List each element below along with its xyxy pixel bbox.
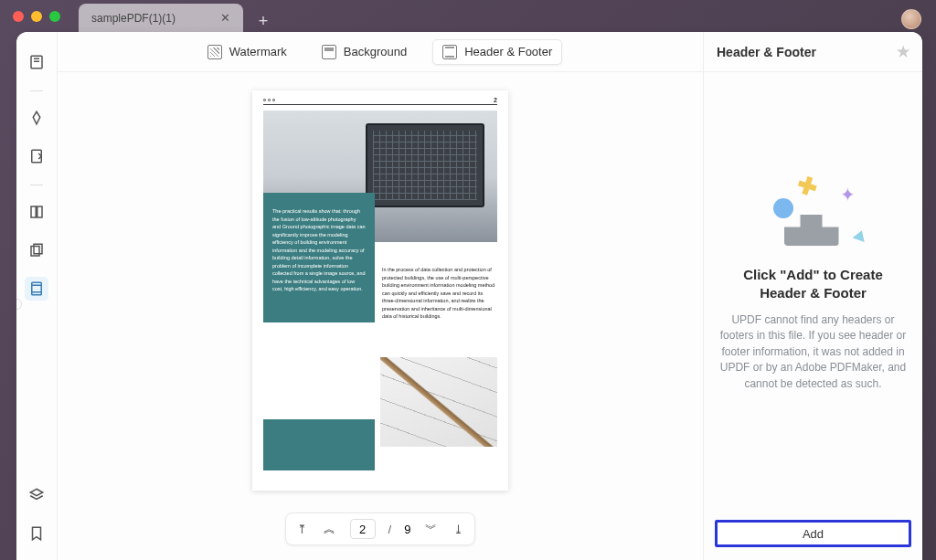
last-page-button[interactable]: ⤓ [451,523,465,536]
document-viewport[interactable]: 2 The practical results show that: throu… [58,72,703,560]
tab-title: samplePDF(1)(1) [91,12,211,25]
user-avatar[interactable] [901,9,921,29]
page-image-sketch [380,357,497,447]
page-header-area: 2 [263,96,497,105]
watermark-label: Watermark [229,45,287,58]
header-footer-label: Header & Footer [464,45,552,58]
add-button-label: Add [803,527,824,541]
empty-state-illustration: ✚ ✦ [768,173,859,246]
empty-state-title: Click "Add" to Create Header & Footer [718,266,908,301]
background-icon [322,45,336,59]
right-panel: Header & Footer ★ ✚ ✦ Click "Add" to Cre… [703,32,922,560]
svg-rect-1 [32,150,42,163]
empty-state-description: UPDF cannot find any headers or footers … [718,312,908,392]
page-separator: / [388,523,392,536]
prev-page-button[interactable]: ︽ [323,521,337,537]
minimize-window-button[interactable] [31,11,42,22]
page-text-block-2: In the process of data collection and pr… [382,266,497,321]
sidebar-handle-icon[interactable] [16,299,22,310]
svg-rect-6 [32,282,42,295]
crop-icon[interactable] [25,238,48,262]
new-tab-button[interactable]: + [252,10,274,32]
watermark-tool[interactable]: Watermark [198,40,296,64]
edit-icon[interactable] [25,144,48,168]
close-window-button[interactable] [13,11,24,22]
top-toolbar: Watermark Background Header & Footer [58,32,703,72]
page-number: 2 [494,97,497,103]
page-text-block-1: The practical results show that: through… [263,193,375,322]
document-tab[interactable]: samplePDF(1)(1) ✕ [79,4,243,32]
right-panel-title: Header & Footer [717,45,816,59]
background-label: Background [344,45,407,58]
svg-rect-3 [37,206,42,217]
favorite-icon[interactable]: ★ [897,43,909,60]
main-area: Watermark Background Header & Footer 2 [58,32,703,560]
layers-icon[interactable] [25,483,48,507]
next-page-button[interactable]: ︾ [423,521,438,537]
left-sidebar [16,32,58,560]
page-color-block [263,419,375,470]
right-panel-header: Header & Footer ★ [704,32,922,72]
highlighter-icon[interactable] [25,106,48,130]
watermark-icon [207,45,222,59]
current-page-input[interactable]: 2 [350,519,376,539]
app-window: Watermark Background Header & Footer 2 [16,32,922,560]
page-tools-icon[interactable] [25,277,48,301]
svg-rect-2 [31,206,36,217]
sidebar-separator [30,185,43,185]
document-page: 2 The practical results show that: throu… [252,90,508,491]
background-tool[interactable]: Background [313,40,416,64]
sidebar-separator [30,90,43,91]
add-button[interactable]: Add [715,520,911,547]
right-panel-body: ✚ ✦ Click "Add" to Create Header & Foote… [704,72,922,560]
titlebar: samplePDF(1)(1) ✕ + [0,0,936,32]
first-page-button[interactable]: ⤒ [295,523,310,536]
reader-icon[interactable] [25,50,48,74]
header-footer-icon [442,45,457,59]
organize-icon[interactable] [25,200,48,224]
bookmark-icon[interactable] [25,522,48,545]
tab-bar: samplePDF(1)(1) ✕ + [79,4,274,32]
total-pages: 9 [404,523,410,536]
maximize-window-button[interactable] [49,11,60,22]
header-footer-tool[interactable]: Header & Footer [432,39,562,65]
page-navigation: ⤒ ︽ 2 / 9 ︾ ⤓ [285,512,476,545]
close-tab-icon[interactable]: ✕ [220,11,230,25]
window-controls [13,11,60,22]
